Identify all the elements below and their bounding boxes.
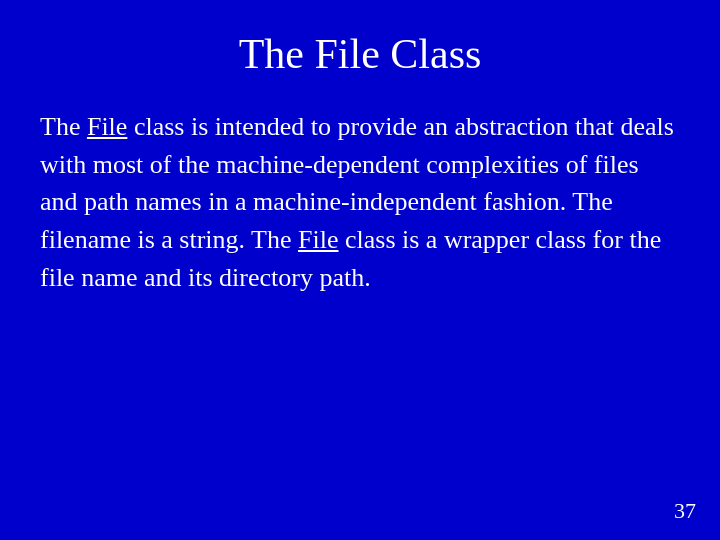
file-link-2: File <box>298 225 338 254</box>
body-text-prefix: The <box>40 112 87 141</box>
slide-title: The File Class <box>40 30 680 78</box>
file-link-1: File <box>87 112 127 141</box>
slide-number: 37 <box>674 498 696 524</box>
slide-body: The File class is intended to provide an… <box>40 108 680 296</box>
slide: The File Class The File class is intende… <box>0 0 720 540</box>
